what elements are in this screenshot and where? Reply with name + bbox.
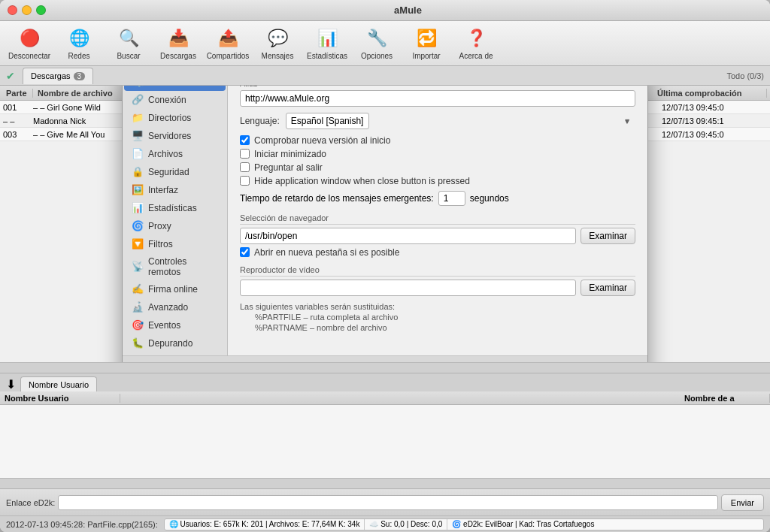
send-button[interactable]: Enviar	[721, 494, 764, 511]
bottom-header-nombre: Nombre Usuario	[0, 394, 120, 403]
main-scrollbar-h[interactable]	[0, 362, 770, 373]
browser-browse-button[interactable]: Examinar	[581, 228, 635, 244]
sidebar-item-conexion[interactable]: 🔗 Conexión	[123, 91, 227, 109]
close-button[interactable]	[8, 5, 17, 15]
var1-text: %PARTFILE – ruta completa al archivo	[255, 313, 635, 322]
enlace-field[interactable]	[58, 495, 717, 510]
window-title: aMule	[53, 5, 762, 16]
servidores-icon: 🖥️	[132, 130, 144, 142]
sidebar-label-archivos: Archivos	[148, 149, 183, 159]
info-text: Las siguientes variables serán sustituid…	[240, 302, 635, 311]
status-seg-usuarios: 🌐 Usuarios: E: 657k K: 201 | Archivos: E…	[165, 519, 365, 530]
preguntar-salir-label: Preguntar al salir	[254, 162, 323, 173]
sidebar-item-archivos[interactable]: 📄 Archivos	[123, 145, 227, 163]
video-browse-button[interactable]: Examinar	[581, 280, 635, 296]
status-seg-su: ☁️ Su: 0,0 | Desc: 0,0	[365, 519, 447, 530]
dialog-scrollbar[interactable]	[123, 355, 647, 363]
desconectar-icon: 🔴	[17, 26, 41, 50]
preguntar-salir-input[interactable]	[240, 162, 250, 172]
buscar-icon: 🔍	[117, 26, 141, 50]
alias-input[interactable]	[240, 90, 635, 107]
tabs-bar: ✔ Descargas 3 Todo (0/3)	[0, 66, 770, 86]
sidebar-item-controles-remotos[interactable]: 📡 Controles remotos	[123, 253, 227, 280]
sidebar-label-eventos: Eventos	[148, 320, 180, 331]
hide-close-input[interactable]	[240, 176, 250, 186]
bottom-tab-label: Nombre Usuario	[29, 380, 89, 389]
timeout-label: Tiempo de retardo de los mensajes emerge…	[240, 193, 434, 204]
toolbar-redes[interactable]: 🌐 Redes	[56, 24, 102, 63]
sidebar-label-proxy: Proxy	[148, 221, 171, 231]
proxy-icon: 🌀	[132, 220, 144, 232]
bottom-tab-nombre[interactable]: Nombre Usuario	[20, 376, 97, 391]
sidebar-item-firma-online[interactable]: ✍️ Firma online	[123, 280, 227, 298]
open-tab-input[interactable]	[240, 247, 250, 257]
sidebar-item-avanzado[interactable]: 🔬 Avanzado	[123, 298, 227, 316]
timeout-unit: segundos	[470, 193, 509, 204]
mensajes-icon: 💬	[265, 26, 290, 50]
firma-icon: ✍️	[132, 283, 144, 295]
sidebar-item-interfaz[interactable]: 🖼️ Interfaz	[123, 181, 227, 199]
enlace-label: Enlace eD2k:	[6, 498, 55, 507]
sidebar-item-directorios[interactable]: 📁 Directorios	[123, 109, 227, 127]
descargas-icon: 📥	[166, 26, 190, 50]
importar-icon: 🔁	[414, 26, 438, 50]
bottom-tabs: ⬇ Nombre Usuario	[0, 373, 770, 391]
sidebar-item-seguridad[interactable]: 🔒 Seguridad	[123, 163, 227, 181]
toolbar-acerca-de[interactable]: ❓ Acerca de	[453, 24, 499, 63]
main-area: Parte Nombre de archivo Última comprobac…	[0, 86, 770, 362]
toolbar-mensajes[interactable]: 💬 Mensajes	[254, 24, 301, 63]
toolbar: 🔴 Desconectar 🌐 Redes 🔍 Buscar 📥 Descarg…	[0, 21, 770, 66]
checkbox-preguntar-salir[interactable]: Preguntar al salir	[240, 162, 635, 173]
toolbar-compartidos[interactable]: 📤 Compartidos	[205, 24, 251, 63]
sidebar-item-estadisticas[interactable]: 📊 Estadísticas	[123, 199, 227, 217]
opciones-icon: 🔧	[365, 26, 389, 50]
check-version-input[interactable]	[240, 135, 250, 145]
sidebar-label-servidores: Servidores	[148, 131, 191, 141]
options-dialog: Opciones ⚙️ General 🔗 Conexión	[122, 86, 648, 362]
redes-icon: 🌐	[67, 26, 91, 50]
archivos-icon: 📄	[132, 148, 144, 160]
general-icon: ⚙️	[133, 86, 145, 88]
maximize-button[interactable]	[36, 5, 46, 15]
check-version-label: Comprobar nueva versión al inicio	[254, 135, 390, 146]
dialog-body: ⚙️ General 🔗 Conexión 📁 Directorios	[123, 86, 647, 355]
video-section-label: Reproductor de vídeo	[240, 265, 635, 277]
status-segments: 🌐 Usuarios: E: 657k K: 201 | Archivos: E…	[164, 518, 764, 530]
open-tab-row[interactable]: Abrir en nueva pestaña si es posible	[240, 247, 635, 258]
sidebar-label-directorios: Directorios	[148, 113, 191, 123]
dialog-overlay: Opciones ⚙️ General 🔗 Conexión	[0, 86, 770, 362]
browser-path-input[interactable]	[240, 228, 576, 244]
timeout-row: Tiempo de retardo de los mensajes emerge…	[240, 191, 635, 206]
sidebar-item-proxy[interactable]: 🌀 Proxy	[123, 217, 227, 235]
open-tab-label: Abrir en nueva pestaña si es posible	[254, 247, 399, 258]
status-bar: Enlace eD2k: Enviar	[0, 488, 770, 515]
tab-descargas[interactable]: Descargas 3	[23, 68, 93, 84]
sidebar-item-depurando[interactable]: 🐛 Depurando	[123, 334, 227, 352]
checkbox-iniciar-minimizado[interactable]: Iniciar minimizado	[240, 149, 635, 159]
sidebar-item-servidores[interactable]: 🖥️ Servidores	[123, 127, 227, 145]
avanzado-icon: 🔬	[132, 301, 144, 313]
alias-label: Alias	[240, 86, 635, 88]
toolbar-importar[interactable]: 🔁 Importar	[403, 24, 450, 63]
var2-text: %PARTNAME – nombre del archivo	[255, 323, 635, 332]
down-arrow-icon: ⬇	[6, 377, 16, 391]
bottom-scrollbar-h[interactable]	[0, 478, 770, 488]
timeout-input[interactable]	[438, 191, 465, 206]
sidebar-label-estadisticas: Estadísticas	[148, 203, 197, 213]
checkbox-check-version[interactable]: Comprobar nueva versión al inicio	[240, 135, 635, 146]
checkbox-hide-close[interactable]: Hide application window when close butto…	[240, 176, 635, 186]
language-select-wrapper: Español [Spanish] English ▼	[286, 113, 635, 129]
video-path-input[interactable]	[240, 280, 576, 296]
toolbar-opciones[interactable]: 🔧 Opciones	[353, 24, 400, 63]
toolbar-estadisticas[interactable]: 📊 Estadísticas	[304, 24, 350, 63]
title-bar: aMule	[0, 0, 770, 21]
minimize-button[interactable]	[22, 5, 32, 15]
sidebar-item-eventos[interactable]: 🎯 Eventos	[123, 316, 227, 334]
toolbar-desconectar[interactable]: 🔴 Desconectar	[6, 24, 53, 63]
sidebar-item-filtros[interactable]: 🔽 Filtros	[123, 235, 227, 253]
language-select[interactable]: Español [Spanish] English	[286, 113, 369, 129]
bottom-header-nombre2: Nombre de a	[680, 394, 770, 403]
iniciar-minimizado-input[interactable]	[240, 149, 250, 159]
toolbar-descargas[interactable]: 📥 Descargas	[155, 24, 202, 63]
toolbar-buscar[interactable]: 🔍 Buscar	[105, 24, 152, 63]
